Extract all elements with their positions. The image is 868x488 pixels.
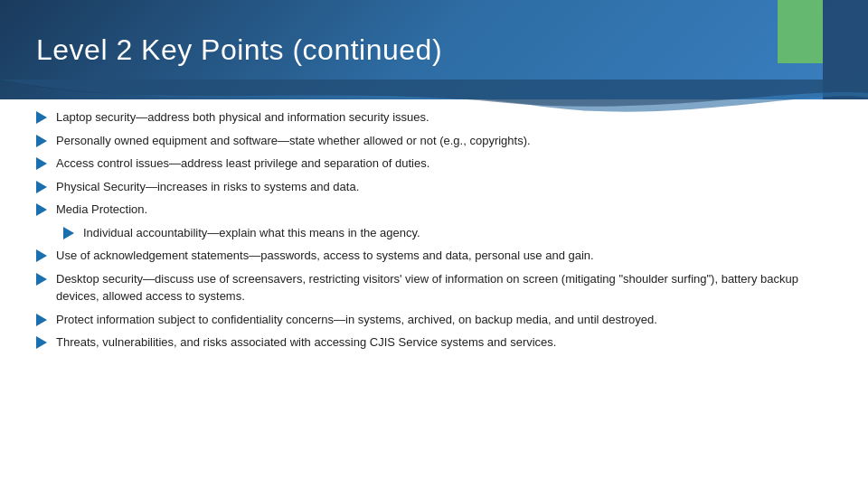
wave-divider	[0, 80, 868, 116]
bullet-text-6: Individual accountability—explain what t…	[83, 224, 832, 242]
bullet-icon-3	[36, 157, 47, 170]
bullet-icon-7	[36, 249, 47, 262]
bullet-text-7: Use of acknowledgement statements—passwo…	[56, 247, 832, 265]
bullet-text-3: Access control issues—address least priv…	[56, 155, 832, 173]
bullet-icon-9	[36, 314, 47, 326]
bullets-container: Laptop security—address both physical an…	[36, 108, 832, 357]
bullet-item-5: Media Protection.	[36, 201, 832, 219]
content-area: Laptop security—address both physical an…	[36, 108, 832, 470]
slide-container: Level 2 Key Points (continued) Laptop se…	[0, 0, 868, 488]
bullet-text-2: Personally owned equipment and software—…	[56, 132, 832, 150]
bullet-item-6: Individual accountability—explain what t…	[36, 224, 832, 242]
bullet-icon-5	[36, 203, 47, 216]
bullet-item-3: Access control issues—address least priv…	[36, 155, 832, 173]
bullet-text-10: Threats, vulnerabilities, and risks asso…	[56, 333, 832, 352]
bullet-item-2: Personally owned equipment and software—…	[36, 132, 832, 150]
bullet-text-9: Protect information subject to confident…	[56, 311, 832, 329]
bullet-item-8: Desktop security—discuss use of screensa…	[36, 270, 832, 305]
bullet-text-8: Desktop security—discuss use of screensa…	[56, 270, 832, 305]
bullet-item-9: Protect information subject to confident…	[36, 311, 832, 329]
bullet-icon-8	[36, 273, 47, 286]
deco-green-rect	[778, 0, 823, 63]
bullet-icon-6	[63, 227, 74, 239]
bullet-item-4: Physical Security—increases in risks to …	[36, 178, 832, 196]
bullet-item-10: Threats, vulnerabilities, and risks asso…	[36, 333, 832, 352]
slide-title: Level 2 Key Points (continued)	[36, 33, 442, 67]
bullet-icon-2	[36, 135, 47, 147]
bullet-text-4: Physical Security—increases in risks to …	[56, 178, 832, 196]
bullet-icon-10	[36, 336, 47, 349]
bullet-item-7: Use of acknowledgement statements—passwo…	[36, 247, 832, 265]
bullet-text-5: Media Protection.	[56, 201, 832, 219]
bullet-icon-4	[36, 181, 47, 193]
